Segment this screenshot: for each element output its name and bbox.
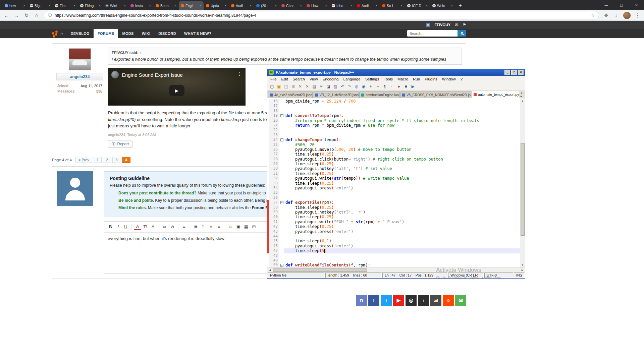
report-button[interactable]: ⓘ Report: [108, 140, 132, 148]
scroll-down-icon[interactable]: ▼: [520, 262, 525, 267]
code-line[interactable]: 50−def writeBlendFileContents(f, rpm):: [267, 263, 520, 267]
print-icon[interactable]: ▤: [311, 83, 317, 89]
npp-maximize-button[interactable]: □: [511, 70, 517, 75]
fold-margin[interactable]: −: [279, 137, 284, 142]
page-button[interactable]: 3: [112, 157, 120, 163]
notepadpp-window[interactable]: N F:\automate_tempo_export.py - Notepad+…: [267, 69, 525, 279]
code-line[interactable]: 44: [267, 234, 520, 239]
back-icon[interactable]: ←: [3, 12, 9, 18]
menu-view[interactable]: View: [307, 77, 320, 81]
tab-close-icon[interactable]: ✕: [73, 4, 76, 7]
menu-settings[interactable]: Settings: [363, 77, 382, 81]
editor-image-button[interactable]: ▣: [235, 224, 242, 230]
tab-close-icon[interactable]: ✕: [300, 4, 302, 7]
copy-icon[interactable]: ◪: [325, 83, 331, 89]
video-menu-icon[interactable]: ⋮: [237, 71, 242, 76]
site-info-icon[interactable]: ⓘ: [48, 12, 52, 18]
show-symbols-icon[interactable]: ·: [389, 83, 395, 89]
find-icon[interactable]: ◎: [354, 83, 360, 89]
profile-avatar[interactable]: [623, 12, 631, 19]
youtube-embed[interactable]: Engine Sound Export Issue ⋮ ▶: [108, 68, 246, 106]
browser-tab[interactable]: How✕: [305, 1, 329, 10]
record-macro-icon[interactable]: ●: [396, 83, 402, 89]
code-line[interactable]: 23: [267, 133, 520, 137]
search-input[interactable]: [407, 30, 458, 37]
tab-close-icon[interactable]: ✕: [249, 4, 252, 7]
browser-tab[interactable]: WICE D✕: [405, 1, 430, 10]
code-line[interactable]: 37−def exportFile(rpm):: [267, 200, 520, 205]
code-line[interactable]: 38 time.sleep(0.25): [267, 205, 520, 210]
instagram-icon[interactable]: ◎: [406, 295, 417, 306]
facebook-icon[interactable]: f: [368, 295, 379, 306]
editor-outdent-button[interactable]: «: [216, 224, 222, 230]
code-line[interactable]: 45 time.sleep(0.1): [267, 239, 520, 243]
vertical-scroll-thumb[interactable]: [521, 143, 525, 236]
author-avatar[interactable]: [69, 48, 91, 70]
code-line[interactable]: 24−def changeTempo(tempo):: [267, 137, 520, 142]
author-username[interactable]: angelo234: [56, 73, 103, 80]
code-line[interactable]: 30 pyautogui.hotkey('alt', 't') # set va…: [267, 166, 520, 171]
editor-indent-button[interactable]: »: [208, 224, 215, 230]
doc-tab-scroll-arrows[interactable]: ◂ ▸: [520, 91, 525, 98]
editor-numbered-list-button[interactable]: 1.: [200, 224, 207, 230]
tab-close-icon[interactable]: ✕: [400, 4, 403, 7]
discord-icon[interactable]: D: [356, 295, 367, 306]
menu-plugins[interactable]: Plugins: [422, 77, 440, 81]
beamng-logo[interactable]: [52, 29, 57, 38]
code-line[interactable]: 47 time.sleep(5): [267, 248, 520, 253]
code-line[interactable]: 27 time.sleep(0.25): [267, 152, 520, 157]
editor-unlink-button[interactable]: ⊘: [169, 224, 176, 230]
doc-tab[interactable]: VR_12_1.sfxBlend2D.json✕: [313, 92, 359, 98]
browser-tab[interactable]: WFlat-✕: [53, 1, 78, 10]
video-play-button[interactable]: ▶: [169, 85, 184, 96]
address-bar-url[interactable]: https://www.beamng.com/threads/engine-so…: [55, 13, 588, 18]
video-title[interactable]: Engine Sound Export Issue: [122, 72, 183, 78]
reddit-icon[interactable]: ☺: [443, 295, 454, 306]
code-line[interactable]: 33 time.sleep(0.25): [267, 181, 520, 186]
code-line[interactable]: 22: [267, 128, 520, 132]
browser-tab[interactable]: Upda✕: [204, 1, 229, 10]
code-line[interactable]: 16bpm_divide_rpm = 29.124 / 700: [267, 99, 520, 104]
downloads-icon[interactable]: ↓: [613, 12, 619, 18]
notepadpp-editor[interactable]: 16bpm_divide_rpm = 29.124 / 700171819−de…: [267, 98, 525, 267]
fold-collapse-icon[interactable]: −: [280, 114, 283, 117]
tab-close-icon[interactable]: ✕: [224, 4, 227, 7]
minimize-button[interactable]: —: [599, 0, 614, 10]
tab-close-icon[interactable]: ✕: [274, 4, 277, 7]
paste-icon[interactable]: ▨: [332, 83, 338, 89]
browser-tab[interactable]: how✕: [3, 1, 28, 10]
browser-tab[interactable]: Bean✕: [154, 1, 178, 10]
browser-tab[interactable]: WBig-✕: [28, 1, 53, 10]
npp-minimize-button[interactable]: _: [504, 70, 511, 75]
maximize-button[interactable]: ▢: [614, 0, 629, 10]
code-line[interactable]: 31 time.sleep(0.25): [267, 171, 520, 176]
scroll-up-icon[interactable]: ▲: [520, 98, 525, 103]
code-line[interactable]: 17: [267, 104, 520, 108]
code-line[interactable]: 28 pyautogui.click(button='right') # rig…: [267, 157, 520, 162]
code-line[interactable]: 18: [267, 109, 520, 113]
alerts-flag-icon[interactable]: ⚑: [463, 22, 466, 27]
replace-icon[interactable]: ◉: [361, 83, 367, 89]
fold-collapse-icon[interactable]: −: [280, 264, 283, 267]
nav-item-whatsnew[interactable]: WHAT'S NEW?: [180, 29, 215, 38]
save-all-icon[interactable]: ⊞: [290, 83, 296, 89]
code-line[interactable]: 21 return rpm * bpm_divide_rpm # use for…: [267, 123, 520, 128]
site-home-icon[interactable]: ⌂: [57, 29, 66, 38]
code-line[interactable]: 36: [267, 195, 520, 200]
code-line[interactable]: 49: [267, 258, 520, 263]
code-line[interactable]: 25 #500, 20: [267, 142, 520, 147]
editor-bold-button[interactable]: B: [107, 224, 114, 230]
inbox-mail-icon[interactable]: ✉: [455, 22, 458, 27]
nav-item-wiki[interactable]: WIKI: [138, 29, 155, 38]
menu-search[interactable]: Search: [290, 77, 307, 81]
tab-close-icon[interactable]: ✕: [350, 4, 353, 7]
email-icon[interactable]: ✉: [455, 295, 466, 306]
fold-collapse-icon[interactable]: −: [280, 138, 283, 141]
editor-alignment-button[interactable]: ≡: [181, 224, 187, 230]
scroll-left-icon[interactable]: ◀: [267, 269, 272, 272]
editor-font-family-button[interactable]: A: [150, 224, 156, 230]
browser-tab[interactable]: WWelc✕: [430, 1, 455, 10]
page-button-current[interactable]: 4: [122, 157, 130, 163]
menu-file[interactable]: File: [268, 77, 279, 81]
browser-tab[interactable]: WFiring✕: [78, 1, 103, 10]
